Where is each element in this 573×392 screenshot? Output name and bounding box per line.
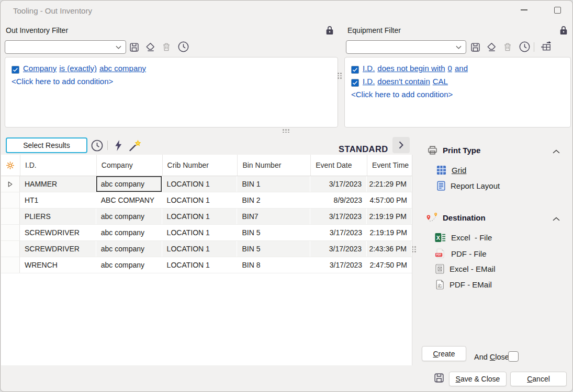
- cell[interactable]: LOCATION 1: [162, 225, 238, 240]
- results-history-button[interactable]: [90, 139, 104, 153]
- add-condition-link[interactable]: <Click here to add condition>: [12, 75, 331, 88]
- cell[interactable]: BIN 2: [237, 192, 310, 208]
- minimize-button[interactable]: [515, 3, 533, 17]
- cancel-button[interactable]: Cancel: [510, 372, 567, 386]
- row-indicator[interactable]: [1, 225, 20, 240]
- cell[interactable]: WRENCH: [20, 257, 96, 273]
- cell[interactable]: ABC COMPANY: [96, 192, 162, 208]
- row-indicator[interactable]: [1, 241, 20, 257]
- cell[interactable]: 2:21:29 PM: [367, 176, 412, 192]
- select-results-button[interactable]: Select Results: [6, 137, 87, 153]
- collapse-destination-button[interactable]: [550, 213, 563, 224]
- create-button[interactable]: Create: [422, 346, 466, 361]
- out-inventory-filter-input[interactable]: [8, 43, 116, 51]
- column-header-event-date[interactable]: Event Date: [310, 155, 367, 176]
- condition-operator-link[interactable]: doesn't contain: [377, 77, 430, 86]
- table-row[interactable]: SCREWDRIVERabc companyLOCATION 1BIN 53/1…: [1, 225, 412, 241]
- panel-splitter-handle[interactable]: [338, 73, 342, 79]
- cell[interactable]: 4:57:00 PM: [367, 192, 412, 208]
- cell[interactable]: BIN7: [237, 209, 310, 224]
- cell[interactable]: SCREWDRIVER: [20, 241, 96, 257]
- condition-field-link[interactable]: I.D.: [363, 77, 375, 86]
- save-filter-button[interactable]: [128, 41, 140, 53]
- table-row[interactable]: HT1ABC COMPANYLOCATION 1BIN 28/9/20234:5…: [1, 192, 412, 209]
- cell[interactable]: 3/17/2023: [310, 176, 367, 192]
- condition-operator-link[interactable]: is (exactly): [59, 64, 97, 73]
- condition-field-link[interactable]: I.D.: [363, 64, 375, 73]
- condition-value-link[interactable]: abc company: [99, 64, 146, 73]
- cell[interactable]: LOCATION 1: [162, 241, 238, 257]
- grid-customize-button[interactable]: [1, 155, 20, 176]
- delete-filter-button[interactable]: [160, 41, 173, 53]
- cell[interactable]: BIN 8: [237, 257, 310, 273]
- condition-join-link[interactable]: and: [455, 64, 468, 73]
- cell[interactable]: 2:43:36 PM: [367, 241, 412, 257]
- print-type-option-report-layout[interactable]: Report Layout: [437, 181, 500, 191]
- cell[interactable]: 3/17/2023: [310, 257, 367, 273]
- column-header-i-d-[interactable]: I.D.: [20, 155, 96, 176]
- add-condition-link[interactable]: <Click here to add condition>: [351, 88, 564, 101]
- condition-checkbox-checked[interactable]: [351, 66, 359, 74]
- cell[interactable]: 2:19:19 PM: [367, 225, 412, 240]
- cell[interactable]: PLIERS: [20, 209, 96, 224]
- cell[interactable]: 3/17/2023: [310, 209, 367, 224]
- collapse-print-type-button[interactable]: [550, 146, 563, 156]
- clear-filter-button[interactable]: [485, 41, 498, 53]
- cell[interactable]: LOCATION 1: [162, 257, 238, 273]
- destination-option-excel-file[interactable]: X Excel - File: [435, 233, 492, 243]
- and-close-checkbox[interactable]: [508, 351, 519, 362]
- cell[interactable]: 3/17/2023: [310, 241, 367, 257]
- cell[interactable]: HT1: [20, 192, 96, 208]
- cell[interactable]: 8/9/2023: [310, 192, 367, 208]
- quick-run-button[interactable]: [112, 139, 125, 152]
- column-header-company[interactable]: Company: [96, 155, 162, 176]
- row-indicator[interactable]: [1, 192, 20, 208]
- print-type-option-grid[interactable]: Grid: [436, 165, 466, 175]
- cell[interactable]: abc company: [96, 257, 162, 273]
- cell[interactable]: abc company: [96, 176, 162, 192]
- filter-history-button[interactable]: [177, 40, 189, 53]
- destination-option-excel-email[interactable]: Excel - EMail: [435, 264, 496, 274]
- grid-panel-splitter-handle[interactable]: [412, 246, 416, 252]
- destination-option-pdf-email[interactable]: PDF PDF - EMail: [435, 280, 492, 290]
- equipment-filter-input[interactable]: [350, 43, 456, 51]
- horizontal-splitter-handle[interactable]: [283, 129, 289, 133]
- cell[interactable]: BIN 1: [237, 176, 310, 192]
- cell[interactable]: abc company: [96, 209, 162, 224]
- cell[interactable]: BIN 5: [237, 241, 310, 257]
- equipment-filter-combobox[interactable]: [346, 40, 466, 54]
- out-inventory-filter-combobox[interactable]: [5, 40, 126, 54]
- row-indicator[interactable]: [1, 257, 20, 273]
- cell[interactable]: LOCATION 1: [162, 209, 238, 224]
- condition-value-link[interactable]: 0: [448, 64, 452, 73]
- destination-option-pdf-file[interactable]: PDF PDF - File: [435, 248, 487, 259]
- table-row[interactable]: PLIERSabc companyLOCATION 1BIN73/17/2023…: [1, 209, 412, 225]
- condition-field-link[interactable]: Company: [23, 64, 57, 73]
- cell[interactable]: LOCATION 1: [162, 192, 238, 208]
- condition-operator-link[interactable]: does not begin with: [377, 64, 445, 73]
- expand-profile-button[interactable]: [392, 137, 410, 153]
- table-row[interactable]: SCREWDRIVERabc companyLOCATION 1BIN 53/1…: [1, 241, 412, 257]
- column-header-event-time[interactable]: Event Time: [367, 155, 412, 176]
- condition-checkbox-checked[interactable]: [351, 79, 359, 87]
- cell[interactable]: 2:47:50 PM: [367, 257, 412, 273]
- cell[interactable]: abc company: [96, 225, 162, 240]
- wizard-button[interactable]: [127, 137, 142, 153]
- cell[interactable]: abc company: [96, 241, 162, 257]
- clear-filter-button[interactable]: [144, 41, 156, 53]
- table-row[interactable]: HAMMERabc companyLOCATION 1BIN 13/17/202…: [1, 176, 412, 192]
- condition-checkbox-checked[interactable]: [12, 66, 19, 74]
- current-row-indicator[interactable]: [1, 176, 20, 192]
- filter-history-button[interactable]: [518, 40, 531, 53]
- apply-filter-to-grid-button[interactable]: [539, 40, 553, 53]
- save-and-close-button[interactable]: Save & Close: [449, 372, 507, 386]
- cell[interactable]: HAMMER: [20, 176, 96, 192]
- column-header-crib-number[interactable]: Crib Number: [162, 155, 238, 176]
- save-filter-button[interactable]: [469, 41, 481, 53]
- cell[interactable]: LOCATION 1: [162, 176, 238, 192]
- maximize-button[interactable]: [548, 3, 566, 17]
- column-header-bin-number[interactable]: Bin Number: [237, 155, 310, 176]
- row-indicator[interactable]: [1, 209, 20, 224]
- cell[interactable]: BIN 5: [237, 225, 310, 240]
- cell[interactable]: 2:19:19 PM: [367, 209, 412, 224]
